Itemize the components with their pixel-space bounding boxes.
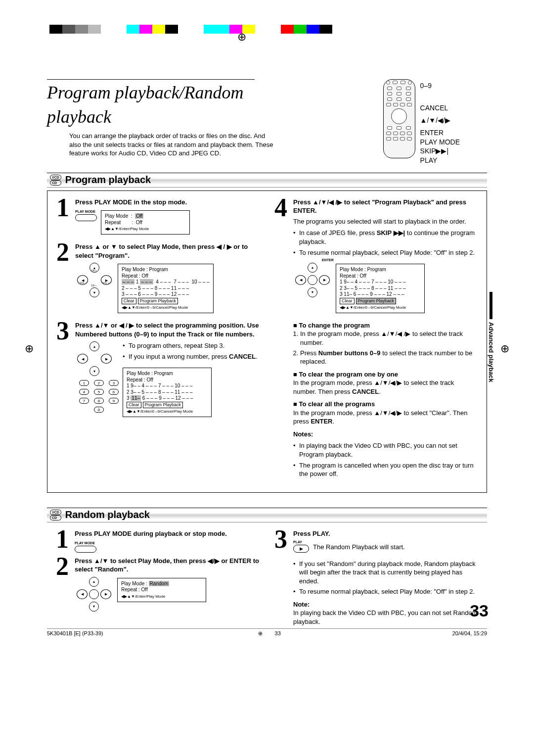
step4-desc: The programs you selected will start to … [293, 217, 478, 226]
number-pad-graphic: 123 456 789 0 [79, 380, 119, 413]
random-note: In playing back the Video CD with PBC, y… [293, 609, 478, 626]
remote-illustration-block: 0–9 CANCEL ▲/▼/◀/▶ ENTER PLAY MODE SKIP▶… [383, 79, 460, 165]
clear-one-text: In the program mode, press ▲/▼/◀/▶ to se… [293, 378, 478, 396]
clear-all-text: In the program mode, press ▲/▼/◀/▶ to se… [293, 409, 478, 426]
remote-label-play: PLAY [420, 156, 460, 165]
remote-label-0-9: 0–9 [420, 81, 460, 91]
note1: In playing back the Video CD with PBC, y… [293, 441, 478, 459]
random-step-2: 2 [56, 557, 72, 614]
osd-step1: Play Mode : Off Repeat : Off ◀▶▲▼/Enter/… [101, 210, 190, 235]
osd-random: Play Mode : Random Repeat : Off ◀▶▲▼/Ent… [117, 578, 206, 602]
crop-mark-bottom: ⊕ [258, 630, 263, 637]
step-number-4: 4 [274, 198, 290, 481]
playmode-button-graphic-2: PLAY MODE [75, 541, 96, 552]
program-playback-box: 1 Press PLAY MODE in the stop mode. PLAY… [47, 190, 487, 493]
random-playback-box: 1 Press PLAY MODE during playback or sto… [47, 525, 487, 637]
remote-label-skip: SKIP▶▶| [420, 146, 460, 156]
dpad-graphic-3: ▲▼◀▶ [295, 263, 330, 297]
footer-mid: 33 [275, 630, 281, 637]
page-title: Program playback/Random playback [47, 79, 255, 129]
remote-label-list: 0–9 CANCEL ▲/▼/◀/▶ ENTER PLAY MODE SKIP▶… [420, 79, 460, 165]
osd-step4: Play Mode : Program Repeat : Off 1 9– – … [336, 264, 425, 313]
step1-title: Press PLAY MODE in the stop mode. [75, 198, 260, 207]
badge-cd: CD [50, 180, 61, 186]
badge-cd-2: CD [50, 515, 61, 520]
crop-mark-left: ⊕ [25, 341, 34, 356]
step-number-3: 3 [56, 321, 72, 421]
play-button-graphic: PLAY ▶ [293, 540, 309, 552]
subhead-change: To change the program [293, 321, 478, 330]
random-step3-title: Press PLAY. [293, 529, 478, 538]
step4-title: Press ▲/▼/◀ /▶ to select "Program Playba… [293, 198, 478, 215]
program-left-col: 1 Press PLAY MODE in the stop mode. PLAY… [56, 198, 260, 485]
crop-mark-right: ⊕ [500, 341, 509, 356]
footer: 5K30401B [E] (P33-39) 33 ⊕ 20/4/04, 15:2… [47, 628, 487, 637]
side-tab: Advanced playback [487, 292, 495, 382]
footer-left: 5K30401B [E] (P33-39) [47, 630, 103, 637]
step3-bullet1: To program others, repeat Step 3. [123, 341, 260, 350]
random-b2: To resume normal playback, select Play M… [293, 587, 478, 596]
step3-title: Press ▲/▼ or ◀ / ▶ to select the program… [75, 321, 260, 338]
remote-label-playmode: PLAY MODE [420, 138, 460, 147]
subhead-clear-one: To clear the program one by one [293, 370, 478, 379]
section-title-random: Random playback [65, 508, 150, 521]
remote-label-arrows: ▲/▼/◀/▶ [420, 116, 460, 125]
crop-mark-top: ⊕ [237, 30, 246, 45]
step3-bullet2: If you input a wrong number, press CANCE… [123, 352, 260, 361]
section-bar-random: VCD CD Random playback [47, 508, 487, 522]
section-title-program: Program playback [65, 173, 151, 187]
subhead-clear-all: To clear all the programs [293, 400, 478, 409]
remote-control-graphic [383, 79, 415, 158]
playmode-button-graphic: PLAY MODE [75, 209, 97, 221]
intro-text: You can arrange the playback order of tr… [69, 132, 277, 158]
notes-label: Notes: [293, 430, 478, 439]
program-right-col: 4 Press ▲/▼/◀ /▶ to select "Program Play… [274, 198, 478, 485]
step2-title: Press ▲ or ▼ to select Play Mode, then p… [75, 242, 260, 260]
remote-label-cancel: CANCEL [420, 103, 460, 113]
osd-step3: Play Mode : Program Repeat : Off 1 9– – … [123, 368, 212, 417]
random-b1: If you set "Random" during playback mode… [293, 560, 478, 586]
random-step-1: 1 [56, 529, 72, 553]
remote-label-enter: ENTER [420, 128, 460, 138]
change-l2: Press Number buttons 0–9 to select the t… [300, 349, 478, 366]
badge-vcd: VCD [50, 175, 61, 180]
dpad-graphic-4: ▲▼◀▶ [77, 577, 111, 612]
random-step3-desc: The Random Playback will start. [313, 543, 405, 552]
random-step1-title: Press PLAY MODE during playback or stop … [75, 529, 260, 538]
badge-vcd-2: VCD [50, 510, 61, 515]
step4-bullet2: To resume normal playback, select Play M… [293, 248, 478, 257]
change-l1: In the program mode, press ▲/▼/◀ /▶ to s… [300, 330, 478, 347]
registration-colorbar [49, 25, 332, 34]
dpad-graphic-2: ▲▼◀▶ [77, 341, 112, 376]
osd-step2: Play Mode : Program Repeat : Off – – – 1… [118, 264, 214, 313]
section-bar-program: VCD CD Program playback [47, 173, 487, 188]
footer-right: 20/4/04, 15:29 [452, 630, 487, 637]
random-step2-title: Press ▲/▼ to select Play Mode, then pres… [75, 557, 260, 574]
note2: The program is cancelled when you open t… [293, 461, 478, 478]
enter-label: ENTER [322, 258, 334, 262]
step-number-2: 2 [56, 242, 72, 317]
step4-bullet1: In case of JPEG file, press SKIP ▶▶| to … [293, 229, 478, 246]
page-number: 33 [470, 600, 489, 622]
random-note-label: Note: [293, 600, 478, 609]
dpad-graphic: ▲CH + ▼CH – ◀VOL – ▶VOL + [77, 263, 112, 297]
step-number-1: 1 [56, 198, 72, 239]
random-step-3: 3 [274, 529, 290, 626]
